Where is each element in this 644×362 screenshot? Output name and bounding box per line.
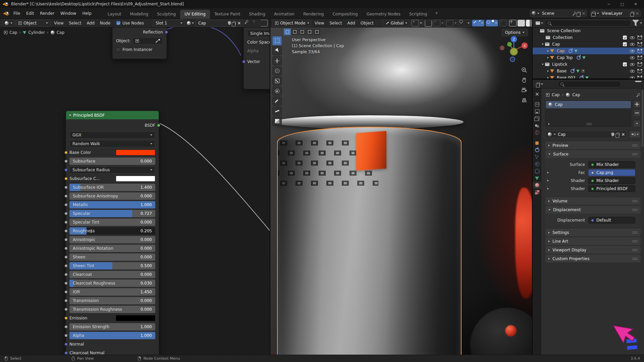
slider-anisotropic-rotation[interactable]: Anisotropic Rotation0.000 <box>69 245 155 252</box>
close-icon[interactable] <box>636 12 639 15</box>
remove-slot-button[interactable] <box>633 109 641 117</box>
panel-header-displacement[interactable]: Displacement <box>545 206 641 214</box>
workspace-tab-rendering[interactable]: Rendering <box>299 10 328 19</box>
eye-toggle-icon[interactable] <box>630 50 635 53</box>
slider-subsurface-ior[interactable]: Subsurface IOR1.400 <box>69 184 155 191</box>
check-toggle-icon[interactable] <box>623 42 627 46</box>
input-socket[interactable] <box>64 351 68 355</box>
bsdf-output-socket[interactable] <box>157 124 160 127</box>
input-socket[interactable] <box>64 194 68 198</box>
check-toggle-icon[interactable] <box>623 36 627 40</box>
close-button[interactable]: ✕ <box>630 1 641 7</box>
workspace-tab-compositing[interactable]: Compositing <box>328 10 362 19</box>
pan-hand-icon[interactable] <box>521 77 527 83</box>
input-socket[interactable] <box>64 325 68 328</box>
measure-tool-button[interactable] <box>272 107 282 116</box>
menu-file[interactable]: File <box>10 10 23 17</box>
expand-caret-icon[interactable] <box>547 77 549 78</box>
scrollbar[interactable] <box>642 90 643 147</box>
snap-target-icon[interactable] <box>433 20 440 26</box>
properties-tab-object[interactable] <box>533 139 541 146</box>
show-gizmo-icon[interactable] <box>473 20 480 26</box>
collapse-node-icon[interactable] <box>69 115 71 116</box>
slider-specular-tint[interactable]: Specular Tint0.000 <box>69 219 155 226</box>
move-tool-button[interactable] <box>272 56 282 65</box>
dropdown-subsurface-radius[interactable]: Subsurface Radius <box>69 166 155 174</box>
expand-icon[interactable] <box>547 180 549 182</box>
slider-clearcoat[interactable]: Clearcoat0.000 <box>69 271 155 278</box>
drag-grip-icon[interactable] <box>632 240 638 243</box>
select-invert-mode[interactable] <box>306 28 313 35</box>
input-socket[interactable] <box>64 308 68 311</box>
eye-toggle-icon[interactable] <box>630 43 635 46</box>
navigation-gizmo[interactable]: Z X <box>498 35 529 66</box>
drag-grip-icon[interactable] <box>632 153 638 156</box>
properties-tab-data[interactable] <box>533 175 541 182</box>
material-id-field[interactable]: Cap <box>545 131 627 138</box>
input-socket[interactable] <box>64 151 68 154</box>
object-field[interactable] <box>132 37 163 45</box>
eye-toggle-icon[interactable] <box>630 56 635 59</box>
workspace-tab-scripting[interactable]: Scripting <box>405 10 431 19</box>
outliner-row-base-002[interactable]: Base 002 <box>533 74 644 78</box>
eye-toggle-icon[interactable] <box>630 76 635 79</box>
texture-coordinate-node[interactable]: Reflection Object: From Instancer <box>112 27 167 59</box>
use-nodes-checkbox[interactable]: Use Nodes <box>115 20 145 26</box>
input-socket[interactable] <box>64 282 68 285</box>
slider-roughness[interactable]: Roughness0.205 <box>69 227 155 235</box>
dropdown-random-walk[interactable]: Random Walk <box>69 140 155 147</box>
input-socket[interactable] <box>64 334 68 337</box>
viewport-menu-select[interactable]: Select <box>327 20 344 26</box>
value-default[interactable]: Default <box>588 217 635 224</box>
panel-header-custom-properties[interactable]: Custom Properties <box>545 255 641 262</box>
slider-clearcoat-roughness[interactable]: Clearcoat Roughness0.030 <box>69 280 155 287</box>
eyedropper-icon[interactable] <box>156 39 160 43</box>
eye-toggle-icon[interactable] <box>630 63 635 66</box>
outliner-search[interactable] <box>545 20 631 26</box>
scale-tool-button[interactable] <box>272 76 282 85</box>
panel-header-viewport-display[interactable]: Viewport Display <box>545 246 641 254</box>
add-workspace-button[interactable]: + <box>431 9 441 18</box>
eye-toggle-icon[interactable] <box>630 70 635 73</box>
check-toggle-icon[interactable] <box>623 62 627 66</box>
slider-sheen[interactable]: Sheen0.000 <box>69 253 155 261</box>
show-overlays-icon[interactable] <box>487 20 494 26</box>
properties-tab-viewlayer[interactable] <box>533 115 541 122</box>
slider-ior[interactable]: IOR1.450 <box>69 288 155 296</box>
slider-subsurface-anisotropy[interactable]: Subsurface Anisotropy0.000 <box>69 192 155 200</box>
parent-nodetree-icon[interactable] <box>252 20 260 26</box>
shader-menu-select[interactable]: Select <box>66 20 84 26</box>
chevron-down-icon[interactable] <box>635 81 642 87</box>
editor-type-button[interactable] <box>2 20 15 26</box>
select-set-mode[interactable] <box>284 28 291 35</box>
viewlayer-selector[interactable]: ViewLayer <box>590 10 641 17</box>
pin-icon[interactable] <box>244 20 252 26</box>
mode-dropdown[interactable]: Object Mode <box>272 20 311 26</box>
input-socket[interactable] <box>64 221 68 224</box>
properties-tab-material[interactable] <box>533 182 541 189</box>
material-slot[interactable]: Cap <box>546 101 631 108</box>
material-id-field[interactable]: Cap <box>196 20 244 26</box>
outliner-row-scene-collection[interactable]: Scene Collection <box>533 27 644 34</box>
expand-icon[interactable] <box>547 188 549 190</box>
camera-view-icon[interactable] <box>521 87 527 93</box>
input-socket[interactable] <box>64 177 68 180</box>
workspace-tab-texture-paint[interactable]: Texture Paint <box>210 10 245 19</box>
panel-header-surface[interactable]: Surface <box>545 150 641 158</box>
shader-type-dropdown[interactable]: Object <box>16 20 51 26</box>
menu-render[interactable]: Render <box>37 10 57 17</box>
slider-transmission[interactable]: Transmission0.000 <box>69 297 155 304</box>
slider-alpha[interactable]: Alpha1.000 <box>69 332 155 339</box>
input-socket[interactable] <box>64 229 68 233</box>
camera-toggle-icon[interactable] <box>638 50 642 53</box>
workspace-tab-uv-editing[interactable]: UV Editing <box>180 10 210 19</box>
vector-input-socket[interactable] <box>242 60 246 63</box>
outliner-row-base[interactable]: Base <box>533 68 644 74</box>
viewport-menu-object[interactable]: Object <box>358 20 376 26</box>
slider-metallic[interactable]: Metallic1.000 <box>69 201 155 208</box>
slot-specials-button[interactable] <box>633 120 641 127</box>
workspace-tab-modeling[interactable]: Modeling <box>126 10 153 19</box>
viewport-menu-add[interactable]: Add <box>345 20 358 26</box>
shader-menu-node[interactable]: Node <box>97 20 113 26</box>
reflection-output-socket[interactable] <box>165 31 168 34</box>
